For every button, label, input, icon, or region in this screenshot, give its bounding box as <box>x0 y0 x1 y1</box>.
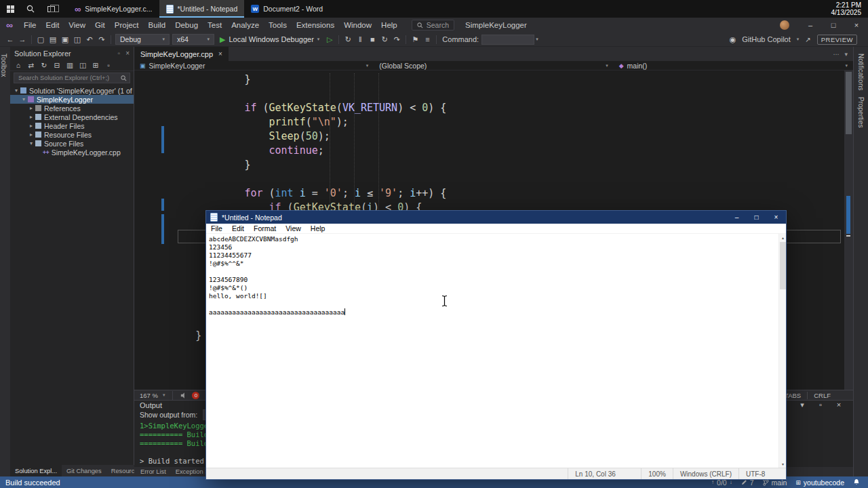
menu-item[interactable]: Analyze <box>226 18 264 33</box>
scrollbar-thumb[interactable] <box>846 72 852 134</box>
taskbar-app-word[interactable]: WDocument2 - Word <box>244 0 330 18</box>
side-tab[interactable]: Notifications <box>857 54 865 90</box>
notepad-menu-item[interactable]: Help <box>306 224 330 233</box>
undo-icon[interactable]: ↶ <box>83 35 96 44</box>
command-input[interactable] <box>481 35 534 45</box>
github-copilot-label[interactable]: GitHub Copilot <box>742 35 791 43</box>
tree-item[interactable]: ▾Source Files <box>10 139 134 148</box>
notepad-close-button[interactable]: × <box>766 211 786 224</box>
menu-item[interactable]: Window <box>339 18 376 33</box>
menu-item[interactable]: Project <box>110 18 144 33</box>
line-ending-indicator[interactable]: CRLF <box>807 392 837 399</box>
pin-icon[interactable]: ▫ <box>118 49 121 57</box>
start-debugging-button[interactable]: ▶ Local Windows Debugger ▾ <box>216 35 323 44</box>
taskbar-app-notepad[interactable]: *Untitled - Notepad <box>159 0 245 18</box>
forward-icon[interactable]: → <box>16 35 28 43</box>
close-icon[interactable]: × <box>125 49 130 57</box>
close-tab-icon[interactable]: × <box>218 50 222 58</box>
menu-item[interactable]: View <box>64 18 90 33</box>
search-input[interactable] <box>17 74 118 82</box>
tree-item[interactable]: ▸Header Files <box>10 121 134 130</box>
taskbar-app-vs[interactable]: ∞SimpleKeyLogger.c... <box>68 0 159 18</box>
side-tab[interactable]: Properties <box>857 97 865 128</box>
pin-icon[interactable]: ▫ <box>104 61 113 69</box>
expander-icon[interactable]: ▾ <box>20 96 27 102</box>
notepad-zoom-indicator[interactable]: 100% <box>641 468 673 479</box>
vs-minimize-button[interactable]: – <box>799 18 822 33</box>
tree-item[interactable]: ▾Solution 'SimpleKeyLogger' (1 of 1 proj… <box>10 86 134 95</box>
breadcrumb-scope-dropdown[interactable]: (Global Scope) ▾ <box>374 61 613 70</box>
taskbar-search-button[interactable] <box>20 0 41 18</box>
notepad-window[interactable]: *Untitled - Notepad – □ × FileEditFormat… <box>205 210 787 480</box>
notepad-text-area[interactable]: abcdeABCDEZXCVBNMasdfgh12345611234455677… <box>206 234 786 468</box>
save-all-icon[interactable]: ◫ <box>71 35 83 44</box>
notepad-minimize-button[interactable]: – <box>727 211 747 224</box>
save-icon[interactable]: ▣ <box>59 35 71 44</box>
hot-reload-icon[interactable]: ↻ <box>342 35 354 44</box>
platform-dropdown[interactable]: x64▾ <box>172 34 214 45</box>
dock-tab[interactable]: Error List <box>136 467 171 476</box>
menu-item[interactable]: Help <box>376 18 402 33</box>
zoom-caret-icon[interactable]: ▾ <box>163 392 165 398</box>
tree-item[interactable]: ▸References <box>10 104 134 113</box>
taskbar-clock[interactable]: 2:21 PM 4/13/2025 <box>831 0 868 18</box>
speaker-icon[interactable] <box>180 392 187 399</box>
properties-icon[interactable]: ▥ <box>66 61 74 69</box>
scroll-up-icon[interactable]: ▴ <box>779 235 786 240</box>
list-icon[interactable]: ≡ <box>421 35 433 44</box>
breadcrumb-member-dropdown[interactable]: ◆ main() ▾ <box>614 61 853 70</box>
expander-icon[interactable]: ▾ <box>28 140 35 146</box>
menu-item[interactable]: Git <box>90 18 110 33</box>
preview-pane-icon[interactable]: ◫ <box>79 61 87 69</box>
sync-icon[interactable]: ↻ <box>40 61 48 69</box>
menu-item[interactable]: Edit <box>41 18 64 33</box>
notepad-scrollbar[interactable]: ▴ ▾ <box>778 234 786 468</box>
tab-options-icon[interactable]: ⋯ <box>833 51 839 58</box>
dock-tab[interactable]: Git Changes <box>62 465 106 476</box>
stop-icon[interactable]: ■ <box>366 35 378 44</box>
menu-item[interactable]: File <box>19 18 41 33</box>
expander-icon[interactable]: ▸ <box>28 123 35 129</box>
expander-icon[interactable]: ▸ <box>28 114 35 120</box>
pin-icon[interactable]: ▫ <box>814 401 827 409</box>
expander-icon[interactable]: ▸ <box>28 105 35 111</box>
expander-icon[interactable]: ▸ <box>28 131 35 138</box>
start-without-debugging-icon[interactable]: ▷ <box>323 35 336 44</box>
restart-icon[interactable]: ↻ <box>378 35 391 44</box>
menu-item[interactable]: Extensions <box>292 18 339 33</box>
menu-item[interactable]: Test <box>203 18 226 33</box>
tree-item[interactable]: ▸External Dependencies <box>10 113 134 121</box>
menu-item[interactable]: Build <box>144 18 171 33</box>
notepad-menu-item[interactable]: Edit <box>227 224 249 233</box>
tree-item[interactable]: ++SimpleKeyLogger.cpp <box>10 148 134 157</box>
step-over-icon[interactable]: ↷ <box>391 35 403 44</box>
share-icon[interactable]: ↗ <box>805 36 810 43</box>
dock-tab[interactable]: Solution Expl... <box>10 465 62 476</box>
switch-icon[interactable]: ⇄ <box>27 61 35 69</box>
vs-maximize-button[interactable]: □ <box>822 18 845 33</box>
task-view-button[interactable] <box>41 0 61 18</box>
vs-quick-search[interactable]: Search <box>412 20 454 30</box>
menu-item[interactable]: Tools <box>264 18 292 33</box>
tree-item[interactable]: ▸Resource Files <box>10 130 134 139</box>
vs-close-button[interactable]: × <box>845 18 868 33</box>
back-icon[interactable]: ← <box>4 35 16 43</box>
editor-scrollbar[interactable] <box>844 70 853 390</box>
notepad-menu-item[interactable]: File <box>206 224 227 233</box>
notepad-scrollbar-thumb[interactable] <box>780 242 786 289</box>
menu-item[interactable]: Debug <box>170 18 203 33</box>
home-icon[interactable]: ⌂ <box>14 61 22 69</box>
close-icon[interactable]: × <box>833 401 845 409</box>
user-avatar[interactable] <box>780 20 789 30</box>
start-button[interactable] <box>0 0 20 18</box>
expander-icon[interactable]: ▾ <box>13 87 20 94</box>
notepad-maximize-button[interactable]: □ <box>747 211 766 224</box>
collapse-all-icon[interactable]: ⊟ <box>53 61 61 69</box>
solution-explorer-search[interactable] <box>14 73 130 83</box>
github-copilot-icon[interactable]: ◉ <box>730 35 736 44</box>
caret-icon[interactable]: ▾ <box>796 401 808 409</box>
tree-item[interactable]: ▾SimpleKeyLogger <box>10 95 134 104</box>
breadcrumb-project-dropdown[interactable]: ▣ SimpleKeyLogger ▾ <box>134 61 374 70</box>
notifications-bell-icon[interactable] <box>853 479 860 486</box>
new-file-icon[interactable]: ▢ <box>35 35 47 44</box>
